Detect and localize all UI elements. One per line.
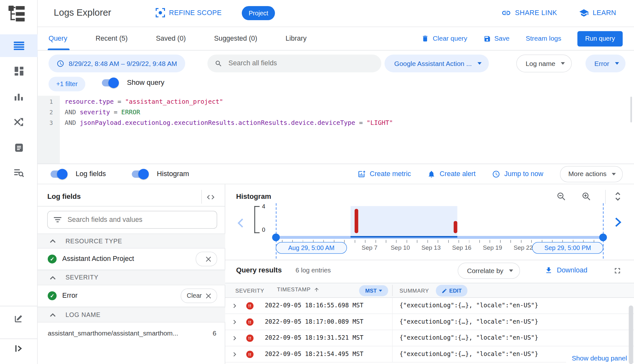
sidebar-item-log-analytics[interactable] — [0, 169, 37, 178]
log-fields-search-input[interactable] — [67, 215, 210, 224]
results-table-header: SEVERITY TIMESTAMP MST SUMMARY EDIT — [225, 283, 634, 298]
compose-icon — [14, 314, 23, 323]
show-query-toggle[interactable] — [102, 79, 118, 86]
severity-filter-dropdown[interactable]: Error — [586, 54, 626, 72]
log-name-filter-dropdown[interactable]: Log name — [516, 54, 572, 72]
table-row[interactable]: !! 2022-09-05 18:19:31.521 MST {"executi… — [225, 330, 634, 346]
search-all-fields-input[interactable] — [228, 59, 367, 68]
chevron-up-icon — [50, 313, 56, 317]
save-button[interactable]: Save — [483, 35, 510, 43]
fullscreen-button[interactable] — [613, 266, 622, 275]
timezone-dropdown[interactable]: MST — [359, 285, 388, 296]
expand-row-icon[interactable] — [231, 351, 238, 358]
results-scrollbar[interactable] — [629, 305, 633, 364]
col-severity: SEVERITY — [235, 288, 264, 294]
field-row-severity[interactable]: ✓ Error Clear — [37, 285, 225, 307]
row-timestamp: 2022-09-05 18:19:31.521 MST — [265, 334, 364, 342]
tab-suggested[interactable]: Suggested (0) — [214, 35, 257, 43]
refine-scope-button[interactable]: REFINE SCOPE — [156, 8, 222, 17]
panel-actions-bar: Log fields Histogram Create metric Creat… — [37, 164, 634, 184]
time-range-filter[interactable]: 8/29/22, 8:48 AM – 9/29/22, 9:48 AM — [48, 54, 185, 72]
create-metric-icon — [358, 170, 366, 178]
sidebar-item-open-panel[interactable] — [0, 345, 37, 352]
histogram-toggle[interactable] — [132, 170, 148, 178]
table-row[interactable]: !! 2022-09-05 18:16:55.698 MST {"executi… — [225, 298, 634, 314]
tab-recent[interactable]: Recent (5) — [95, 35, 128, 43]
log-fields-toggle[interactable] — [51, 170, 67, 178]
tab-library[interactable]: Library — [285, 35, 307, 43]
sidebar-item-logs-router[interactable] — [0, 118, 37, 126]
search-all-fields[interactable] — [207, 54, 381, 72]
chevron-down-icon — [509, 270, 513, 272]
code-panel-icon[interactable] — [206, 193, 215, 202]
create-alert-button[interactable]: Create alert — [427, 170, 475, 178]
timeline-handle-start[interactable] — [272, 234, 280, 241]
log-name-count: 6 — [213, 329, 217, 337]
query-line-2: AND severity = ERROR — [65, 109, 140, 116]
resource-filter-dropdown[interactable]: Google Assistant Action ... — [384, 54, 489, 72]
clock-icon — [57, 60, 64, 67]
tab-saved[interactable]: Saved (0) — [156, 35, 186, 43]
histogram-prev-button[interactable] — [236, 217, 245, 229]
section-log-name[interactable]: LOG NAME — [37, 307, 225, 322]
filter-icon — [54, 217, 62, 223]
range-start-pill[interactable]: Aug 29, 5:00 AM — [276, 242, 347, 254]
expand-row-icon[interactable] — [231, 319, 238, 325]
stream-logs-button[interactable]: Stream logs — [526, 35, 561, 43]
correlate-by-dropdown[interactable]: Correlate by — [458, 263, 520, 279]
chevron-right-icon — [613, 216, 622, 228]
log-fields-header-border — [37, 206, 225, 206]
clear-query-button[interactable]: Clear query — [421, 35, 467, 43]
section-severity[interactable]: SEVERITY — [37, 270, 225, 285]
histogram-bar[interactable] — [355, 209, 358, 233]
field-row-resource[interactable]: ✓ Assistant Action Project — [37, 248, 225, 270]
query-editor[interactable] — [37, 96, 634, 164]
y-min-label: 0 — [262, 227, 265, 233]
edit-summary-button[interactable]: EDIT — [436, 285, 467, 297]
histogram-title: Histogram — [236, 192, 271, 201]
results-title: Query results — [236, 266, 282, 274]
show-query-label: Show query — [127, 78, 164, 87]
error-severity-icon: !! — [246, 302, 254, 310]
more-filters-button[interactable]: +1 filter — [48, 77, 85, 91]
dashboard-icon — [14, 67, 23, 76]
toggle-knob — [57, 169, 68, 179]
project-badge[interactable]: Project — [242, 6, 275, 20]
more-actions-dropdown[interactable]: More actions — [560, 166, 622, 182]
sidebar-item-logs-dashboard[interactable] — [0, 67, 37, 76]
share-link-button[interactable]: SHARE LINK — [501, 8, 557, 18]
download-button[interactable]: Download — [545, 266, 587, 274]
sidebar-item-logs-storage[interactable] — [0, 143, 37, 152]
histogram-selection-region[interactable] — [350, 206, 457, 236]
jump-to-now-button[interactable]: Jump to now — [492, 170, 543, 178]
expand-row-icon[interactable] — [231, 335, 238, 341]
histogram-expand[interactable] — [613, 191, 622, 202]
timeline-selected-segment — [350, 236, 457, 238]
expand-row-icon[interactable] — [231, 303, 238, 309]
histogram-bar[interactable] — [454, 221, 457, 233]
clear-severity-button[interactable]: Clear — [181, 288, 217, 303]
sidebar-item-log-based-metrics[interactable] — [0, 93, 37, 101]
tab-query[interactable]: Query — [48, 35, 67, 43]
field-row-log-name[interactable]: assistant_smarthome/assistant_smarthom..… — [37, 322, 225, 344]
left-nav-sidebar — [0, 0, 37, 364]
show-debug-panel-link[interactable]: Show debug panel — [566, 353, 631, 363]
col-timestamp[interactable]: TIMESTAMP — [277, 287, 311, 293]
run-query-button[interactable]: Run query — [578, 31, 623, 46]
create-metric-button[interactable]: Create metric — [358, 170, 411, 178]
clear-resource-button[interactable] — [196, 252, 217, 266]
editor-scrollbar[interactable] — [630, 97, 632, 123]
link-icon — [501, 8, 511, 18]
learn-button[interactable]: LEARN — [579, 8, 616, 18]
chevron-down-icon — [612, 173, 616, 175]
histogram-zoom-out[interactable] — [556, 191, 566, 201]
log-fields-search[interactable] — [47, 211, 217, 229]
range-end-pill[interactable]: Sep 29, 5:00 PM — [532, 242, 603, 254]
table-row[interactable]: !! 2022-09-05 18:17:00.089 MST {"executi… — [225, 314, 634, 330]
section-resource-type[interactable]: RESOURCE TYPE — [37, 234, 225, 249]
sidebar-item-logs-explorer[interactable] — [0, 34, 37, 57]
log-fields-toggle-label: Log fields — [76, 170, 106, 178]
histogram-next-button[interactable] — [613, 216, 622, 228]
histogram-zoom-in[interactable] — [581, 191, 591, 201]
sidebar-item-compose-log[interactable] — [0, 314, 37, 323]
